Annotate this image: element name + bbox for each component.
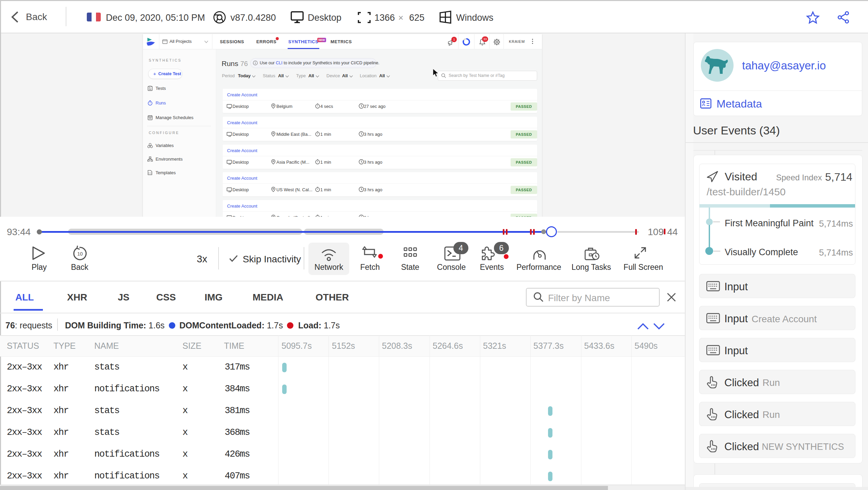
svg-text:10: 10 bbox=[77, 251, 83, 257]
